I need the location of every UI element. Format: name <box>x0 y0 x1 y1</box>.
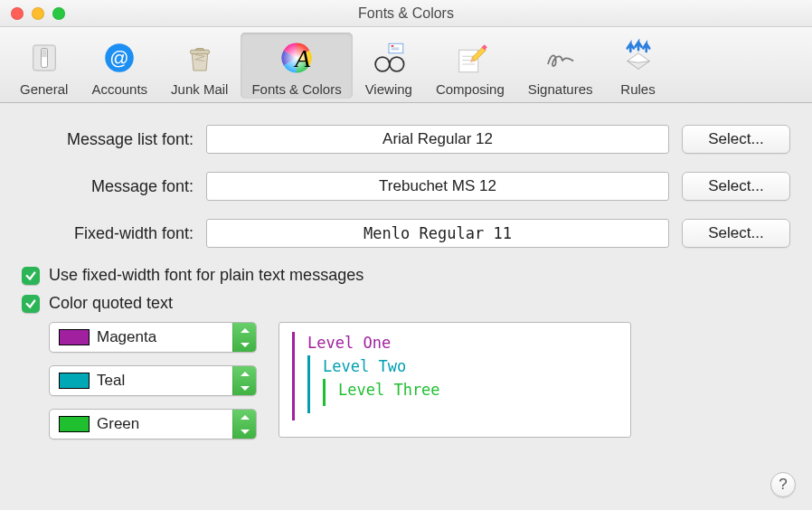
color-name: Magenta <box>97 328 232 346</box>
toolbar-label: Accounts <box>91 81 147 97</box>
svg-text:@: @ <box>110 47 129 68</box>
message-list-font-value: Arial Regular 12 <box>206 125 669 154</box>
select-fixed-width-font-button[interactable]: Select... <box>682 219 790 248</box>
color-swatch <box>59 373 90 389</box>
message-font-value: Trebuchet MS 12 <box>206 172 669 201</box>
quote-colors-area: Magenta Teal Green <box>49 322 790 439</box>
toolbar-label: Fonts & Colors <box>251 81 341 97</box>
toolbar-tab-general[interactable]: General <box>9 33 79 99</box>
svg-text:A: A <box>293 44 310 72</box>
signature-icon <box>539 36 582 80</box>
svg-rect-10 <box>391 48 399 49</box>
fonts-colors-icon: A <box>275 36 318 80</box>
svg-rect-5 <box>190 50 209 53</box>
svg-point-13 <box>390 57 404 71</box>
quote-color-level1-select[interactable]: Magenta <box>49 322 257 353</box>
content-pane: Message list font: Arial Regular 12 Sele… <box>0 103 812 449</box>
message-list-font-row: Message list font: Arial Regular 12 Sele… <box>22 125 790 154</box>
chevron-down-icon <box>233 424 256 439</box>
preferences-toolbar: General @ Accounts Junk Mail <box>0 27 812 103</box>
trash-icon <box>178 36 222 80</box>
at-sign-icon: @ <box>98 36 141 80</box>
color-quoted-label: Color quoted text <box>49 294 173 313</box>
color-swatch <box>59 416 90 432</box>
quote-preview-level2: Level Two Level Three <box>307 355 618 413</box>
field-label: Message font: <box>22 177 194 196</box>
toolbar-tab-junk-mail[interactable]: Junk Mail <box>160 33 239 99</box>
quote-preview-level3-text: Level Three <box>338 381 440 399</box>
fixed-width-font-row: Fixed-width font: Menlo Regular 11 Selec… <box>22 219 790 248</box>
check-icon <box>24 298 37 310</box>
toolbar-label: Composing <box>436 81 505 97</box>
pencil-paper-icon <box>448 36 492 80</box>
toolbar-label: Signatures <box>528 81 593 97</box>
select-stepper[interactable] <box>232 365 256 396</box>
toolbar-label: Rules <box>620 81 655 97</box>
help-button[interactable]: ? <box>770 472 796 497</box>
quote-preview-level3: Level Three <box>323 379 618 406</box>
quote-color-selectors: Magenta Teal Green <box>49 322 257 439</box>
toolbar-label: Junk Mail <box>171 81 228 97</box>
toolbar-tab-viewing[interactable]: Viewing <box>354 33 423 99</box>
select-stepper[interactable] <box>232 322 256 353</box>
use-fixed-width-checkbox[interactable] <box>22 267 40 285</box>
toolbar-label: General <box>20 81 68 97</box>
chevron-up-icon <box>233 409 256 424</box>
color-quoted-row: Color quoted text <box>22 294 790 313</box>
message-font-row: Message font: Trebuchet MS 12 Select... <box>22 172 790 201</box>
svg-rect-9 <box>391 45 393 47</box>
color-name: Teal <box>97 372 232 390</box>
window-title: Fonts & Colors <box>0 5 812 22</box>
quote-preview: Level One Level Two Level Three <box>279 322 631 438</box>
color-name: Green <box>97 415 232 433</box>
toolbar-tab-fonts-colors[interactable]: A Fonts & Colors <box>241 33 352 99</box>
select-stepper[interactable] <box>232 409 256 439</box>
select-message-list-font-button[interactable]: Select... <box>682 125 790 154</box>
chevron-up-icon <box>233 365 256 381</box>
use-fixed-width-label: Use fixed-width font for plain text mess… <box>49 266 364 285</box>
quote-color-level3-select[interactable]: Green <box>49 409 257 439</box>
toolbar-tab-rules[interactable]: Rules <box>606 33 671 99</box>
toolbar-tab-accounts[interactable]: @ Accounts <box>80 33 158 99</box>
toolbar-tab-composing[interactable]: Composing <box>425 33 515 99</box>
fixed-width-font-value: Menlo Regular 11 <box>206 219 669 248</box>
field-label: Fixed-width font: <box>22 224 194 243</box>
svg-rect-2 <box>42 49 46 57</box>
svg-point-12 <box>375 57 390 71</box>
quote-color-level2-select[interactable]: Teal <box>49 365 257 396</box>
check-icon <box>24 269 37 282</box>
quote-preview-level1: Level One Level Two Level Three <box>292 332 618 420</box>
toolbar-tab-signatures[interactable]: Signatures <box>517 33 604 99</box>
rules-icon <box>617 36 660 80</box>
field-label: Message list font: <box>22 130 194 149</box>
chevron-down-icon <box>233 337 256 353</box>
toolbar-label: Viewing <box>365 81 412 97</box>
color-swatch <box>59 329 90 345</box>
chevron-down-icon <box>233 381 256 396</box>
switch-icon <box>23 36 66 80</box>
svg-rect-11 <box>391 49 399 50</box>
quote-preview-level1-text: Level One <box>307 334 391 352</box>
select-message-font-button[interactable]: Select... <box>682 172 790 201</box>
glasses-icon <box>367 36 411 80</box>
quote-preview-level2-text: Level Two <box>323 357 406 375</box>
titlebar: Fonts & Colors <box>0 0 812 27</box>
color-quoted-checkbox[interactable] <box>22 295 40 313</box>
chevron-up-icon <box>233 322 256 337</box>
use-fixed-width-row: Use fixed-width font for plain text mess… <box>22 266 790 285</box>
